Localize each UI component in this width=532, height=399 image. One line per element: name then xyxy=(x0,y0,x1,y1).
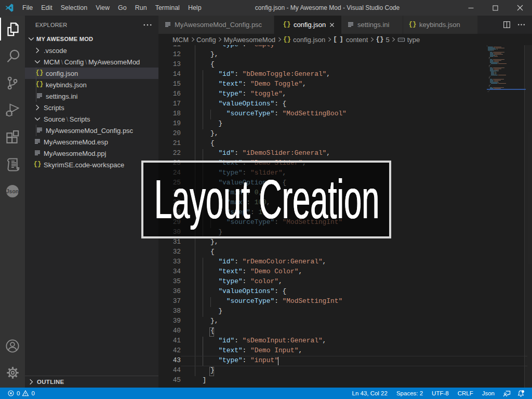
svg-text:Json: Json xyxy=(6,188,19,194)
